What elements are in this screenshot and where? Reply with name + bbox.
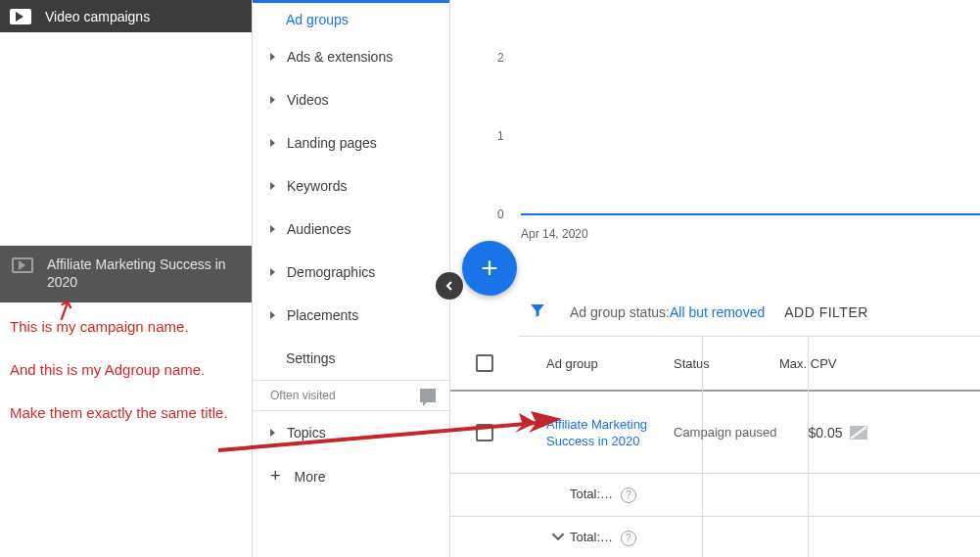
- caret-icon: [270, 311, 275, 319]
- row-checkbox[interactable]: [476, 424, 493, 441]
- nav-label: Landing pages: [287, 135, 377, 151]
- nav-audiences[interactable]: Audiences: [253, 208, 449, 251]
- add-ad-group-button[interactable]: +: [462, 241, 517, 296]
- header-checkbox-cell: [450, 354, 519, 372]
- row-max-cpv[interactable]: $0.05: [779, 425, 897, 441]
- plus-icon: +: [270, 466, 281, 487]
- nav-keywords[interactable]: Keywords: [253, 164, 449, 208]
- nav-topics[interactable]: Topics: [253, 411, 449, 454]
- row-adgroup-link[interactable]: Affiliate Marketing Success in 2020: [546, 416, 674, 449]
- nav-label: Keywords: [287, 178, 347, 194]
- video-outline-icon: [12, 257, 33, 273]
- annotation-line2: And this is my Adgroup name.: [10, 359, 240, 381]
- not-editable-icon: [849, 425, 868, 441]
- header-max-cpv[interactable]: Max. CPV: [779, 356, 897, 371]
- nav-label: Settings: [286, 350, 336, 366]
- filter-status-label: Ad group status:: [570, 304, 670, 320]
- video-icon: [10, 9, 31, 24]
- total-row-2: Total:… ?: [450, 517, 980, 557]
- nav-videos[interactable]: Videos: [253, 78, 449, 121]
- nav-more[interactable]: +More: [253, 454, 449, 498]
- chevron-left-icon: [444, 281, 454, 291]
- nav-label: Ads & extensions: [287, 49, 393, 65]
- help-icon[interactable]: ?: [621, 487, 636, 503]
- annotation-text: This is my campaign name. And this is my…: [0, 302, 252, 424]
- nav-ads-extensions[interactable]: Ads & extensions: [253, 35, 449, 78]
- filter-status-value[interactable]: All but removed: [670, 304, 765, 320]
- sidebar-blank-area: [6, 38, 246, 240]
- y-tick-1: 1: [497, 129, 504, 143]
- y-tick-2: 2: [497, 51, 504, 65]
- nav-label: Videos: [287, 92, 329, 108]
- nav-label: Topics: [287, 425, 326, 441]
- caret-icon: [270, 182, 275, 190]
- nav-label: Placements: [287, 307, 358, 323]
- cpv-value: $0.05: [808, 425, 842, 441]
- caret-icon: [270, 225, 275, 233]
- annotation-line1: This is my campaign name.: [10, 316, 240, 338]
- filter-bar: Ad group status: All but removed ADD FIL…: [519, 288, 980, 337]
- total-row-1: Total:… ?: [450, 474, 980, 517]
- caret-icon: [270, 268, 275, 276]
- x-date: Apr 14, 2020: [521, 227, 588, 241]
- feedback-icon[interactable]: [420, 389, 436, 402]
- table-row: Affiliate Marketing Success in 2020 Camp…: [450, 392, 980, 474]
- often-label: Often visited: [270, 389, 336, 402]
- sidebar-header[interactable]: Video campaigns: [0, 0, 252, 32]
- add-filter-button[interactable]: ADD FILTER: [784, 304, 868, 320]
- nav-label: Audiences: [287, 221, 350, 237]
- select-all-checkbox[interactable]: [476, 354, 493, 372]
- campaign-name: Affiliate Marketing Success in 2020: [47, 255, 240, 291]
- nav-landing-pages[interactable]: Landing pages: [253, 121, 449, 164]
- total-label: Total:… ?: [570, 530, 687, 546]
- caret-icon: [270, 53, 275, 61]
- campaign-selected[interactable]: Affiliate Marketing Success in 2020: [0, 246, 252, 302]
- help-icon[interactable]: ?: [621, 531, 636, 546]
- left-sidebar: Video campaigns Affiliate Marketing Succ…: [0, 0, 253, 557]
- nav-active-label: Ad groups: [286, 12, 349, 27]
- table-header: Ad group Status Max. CPV: [450, 337, 980, 392]
- chart-area: 2 1 0 Apr 14, 2020: [450, 0, 980, 235]
- chart-line: [521, 213, 980, 215]
- nav-often-visited: Often visited: [253, 380, 449, 411]
- sidebar-header-label: Video campaigns: [45, 9, 150, 24]
- caret-icon: [270, 139, 275, 147]
- nav-placements[interactable]: Placements: [253, 294, 449, 337]
- caret-icon: [270, 96, 275, 104]
- expand-chevron[interactable]: [546, 530, 570, 546]
- nav-settings[interactable]: Settings: [253, 337, 449, 380]
- nav-label: Demographics: [287, 264, 375, 280]
- row-checkbox-cell: [450, 424, 519, 441]
- nav-label: More: [295, 469, 326, 485]
- collapse-nav-button[interactable]: [436, 272, 463, 300]
- header-adgroup[interactable]: Ad group: [546, 356, 674, 371]
- annotation-line3: Make them exactly the same title.: [10, 402, 240, 424]
- row-status: Campaign paused: [674, 424, 779, 441]
- y-tick-0: 0: [497, 208, 504, 221]
- nav-demographics[interactable]: Demographics: [253, 251, 449, 294]
- total-label: Total:… ?: [570, 487, 687, 503]
- filter-icon[interactable]: [529, 302, 546, 322]
- header-status[interactable]: Status: [674, 356, 779, 371]
- nav-column: Ad groups Ads & extensions Videos Landin…: [253, 0, 450, 557]
- caret-icon: [270, 429, 275, 437]
- nav-ad-groups[interactable]: Ad groups: [253, 0, 449, 35]
